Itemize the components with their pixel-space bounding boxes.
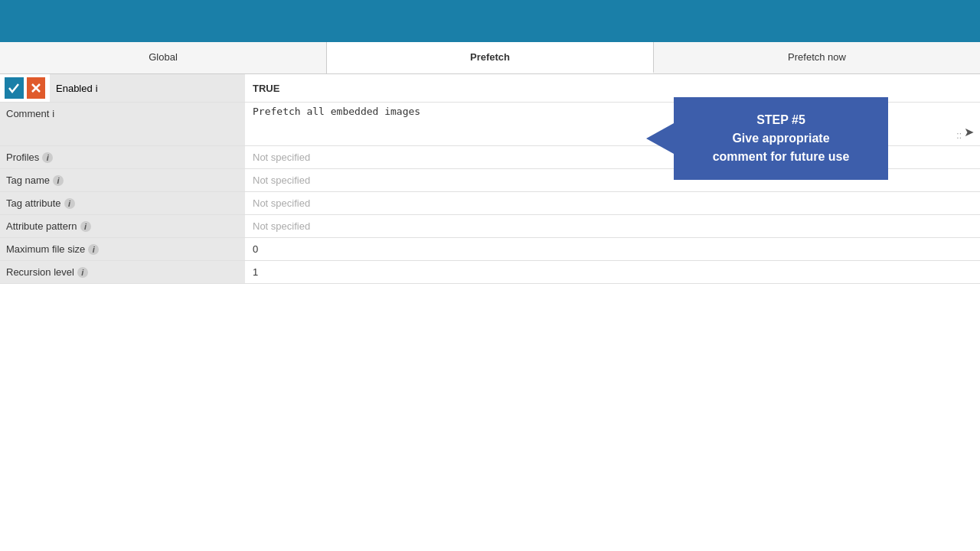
tag-attribute-info-icon[interactable]: i (64, 198, 75, 209)
tab-global[interactable]: Global (0, 42, 327, 73)
profiles-label: Profiles i (0, 146, 245, 168)
resize-icon: :: (956, 130, 962, 141)
enabled-label-text: Enabled (56, 83, 93, 94)
tag-attribute-row: Tag attribute i Not specified (0, 192, 980, 215)
recursion-level-info-icon[interactable]: i (77, 267, 88, 278)
profiles-info-icon[interactable]: i (42, 152, 53, 163)
recursion-level-label: Recursion level i (0, 261, 245, 283)
tag-name-info-icon[interactable]: i (53, 175, 64, 186)
max-file-size-row: Maximum file size i 0 (0, 238, 980, 261)
callout-line2: comment for future use (692, 148, 870, 166)
max-file-size-label: Maximum file size i (0, 238, 245, 260)
tag-name-label: Tag name i (0, 169, 245, 191)
attribute-pattern-value: Not specified (245, 215, 980, 237)
check-button[interactable] (5, 77, 24, 99)
content-area: Enabled i TRUE Comment i Prefetch all em… (0, 74, 980, 284)
enabled-label: Enabled i (50, 74, 245, 102)
tab-prefetch-now[interactable]: Prefetch now (654, 42, 980, 73)
recursion-level-value: 1 (245, 261, 980, 283)
attribute-pattern-label-text: Attribute pattern (6, 220, 77, 232)
comment-label: Comment i (0, 103, 245, 145)
tab-prefetch[interactable]: Prefetch (327, 42, 654, 73)
comment-label-text: Comment (6, 108, 49, 119)
comment-info-icon[interactable]: i (52, 108, 54, 119)
enabled-value: TRUE (245, 77, 980, 99)
recursion-level-label-text: Recursion level (6, 266, 74, 278)
tag-name-label-text: Tag name (6, 174, 50, 186)
callout-step: STEP #5 (692, 111, 870, 129)
tab-bar: Global Prefetch Prefetch now (0, 42, 980, 74)
max-file-size-info-icon[interactable]: i (88, 244, 99, 255)
tag-attribute-value: Not specified (245, 192, 980, 214)
enabled-info-icon[interactable]: i (96, 83, 98, 94)
tag-attribute-label-text: Tag attribute (6, 197, 61, 209)
enabled-controls (0, 74, 50, 102)
callout-tooltip: STEP #5 Give appropriate comment for fut… (674, 97, 888, 180)
attribute-pattern-info-icon[interactable]: i (80, 221, 91, 232)
callout-line1: Give appropriate (692, 129, 870, 148)
profiles-label-text: Profiles (6, 152, 39, 163)
attribute-pattern-row: Attribute pattern i Not specified (0, 215, 980, 238)
attribute-pattern-label: Attribute pattern i (0, 215, 245, 237)
send-icon[interactable]: ➤ (964, 125, 974, 139)
top-bar (0, 0, 980, 42)
max-file-size-value: 0 (245, 238, 980, 260)
x-button[interactable] (27, 77, 46, 99)
max-file-size-label-text: Maximum file size (6, 243, 85, 255)
recursion-level-row: Recursion level i 1 (0, 261, 980, 284)
tag-attribute-label: Tag attribute i (0, 192, 245, 214)
